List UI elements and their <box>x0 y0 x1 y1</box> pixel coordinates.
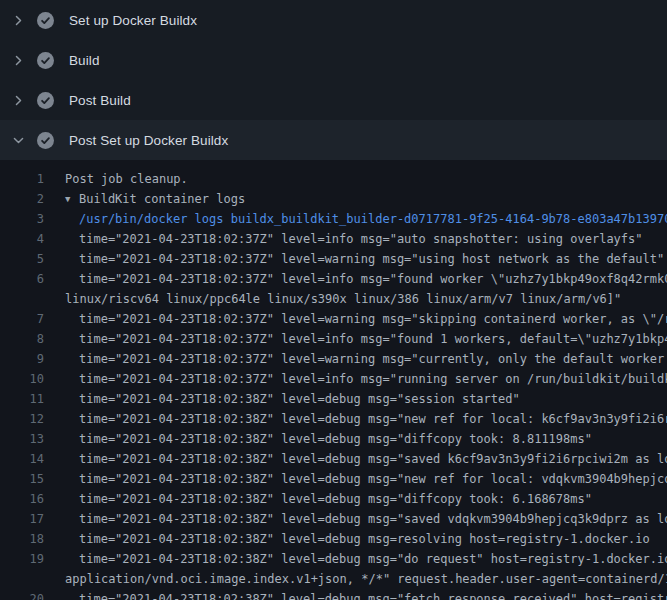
log-line-number[interactable]: 20 <box>0 589 44 600</box>
log-line-number[interactable]: 11 <box>0 389 44 409</box>
chevron-icon[interactable] <box>11 93 25 107</box>
check-circle-icon <box>37 12 54 29</box>
log-line: 6 time="2021-04-23T18:02:37Z" level=info… <box>0 269 667 289</box>
log-line-text: /usr/bin/docker logs buildx_buildkit_bui… <box>79 209 667 229</box>
log-line-number[interactable]: 10 <box>0 369 44 389</box>
group-collapse-icon[interactable]: ▼ <box>65 189 79 209</box>
log-line-text: time="2021-04-23T18:02:38Z" level=debug … <box>79 389 520 409</box>
log-line-text: time="2021-04-23T18:02:38Z" level=debug … <box>79 489 592 509</box>
log-line: 11 time="2021-04-23T18:02:38Z" level=deb… <box>0 389 667 409</box>
log-line-text: time="2021-04-23T18:02:38Z" level=debug … <box>79 549 667 569</box>
log-line-text: time="2021-04-23T18:02:38Z" level=debug … <box>79 429 592 449</box>
log-line: 17 time="2021-04-23T18:02:38Z" level=deb… <box>0 509 667 529</box>
log-line: application/vnd.oci.image.index.v1+json,… <box>0 569 667 589</box>
log-line-number[interactable]: 1 <box>0 169 44 189</box>
log-line-number[interactable]: 8 <box>0 329 44 349</box>
log-line: 18 time="2021-04-23T18:02:38Z" level=deb… <box>0 529 667 549</box>
log-line-number[interactable]: 12 <box>0 409 44 429</box>
log-line-text: time="2021-04-23T18:02:38Z" level=debug … <box>79 589 667 600</box>
log-line-text: time="2021-04-23T18:02:38Z" level=debug … <box>79 529 650 549</box>
log-line: 13 time="2021-04-23T18:02:38Z" level=deb… <box>0 429 667 449</box>
log-line-text: linux/riscv64 linux/ppc64le linux/s390x … <box>65 289 621 309</box>
log-line-number[interactable]: 4 <box>0 229 44 249</box>
log-line-number[interactable]: 14 <box>0 449 44 469</box>
log-line-number[interactable]: 3 <box>0 209 44 229</box>
log-line: 14 time="2021-04-23T18:02:38Z" level=deb… <box>0 449 667 469</box>
log-line-text: time="2021-04-23T18:02:37Z" level=info m… <box>79 269 667 289</box>
log-line: 9 time="2021-04-23T18:02:37Z" level=warn… <box>0 349 667 369</box>
log-line-text: BuildKit container logs <box>79 189 245 209</box>
step-title: Post Build <box>69 93 131 108</box>
step-title: Build <box>69 53 100 68</box>
log-line-number[interactable]: 15 <box>0 469 44 489</box>
log-line: 7 time="2021-04-23T18:02:37Z" level=warn… <box>0 309 667 329</box>
log-line: 1 Post job cleanup. <box>0 169 667 189</box>
log-line: 8 time="2021-04-23T18:02:37Z" level=info… <box>0 329 667 349</box>
log-line: 4 time="2021-04-23T18:02:37Z" level=info… <box>0 229 667 249</box>
step-header-post-set-up-docker-buildx[interactable]: Post Set up Docker Buildx <box>0 120 667 160</box>
log-line: 19 time="2021-04-23T18:02:38Z" level=deb… <box>0 549 667 569</box>
step-title: Post Set up Docker Buildx <box>69 133 228 148</box>
step-header-build[interactable]: Build <box>0 40 667 80</box>
chevron-icon[interactable] <box>11 133 25 147</box>
log-line: 15 time="2021-04-23T18:02:38Z" level=deb… <box>0 469 667 489</box>
log-output: 1 Post job cleanup. 2 ▼ BuildKit contain… <box>0 160 667 600</box>
log-line-number[interactable]: 5 <box>0 249 44 269</box>
log-line-text: application/vnd.oci.image.index.v1+json,… <box>65 569 667 589</box>
step-header-post-build[interactable]: Post Build <box>0 80 667 120</box>
log-line-number[interactable]: 16 <box>0 489 44 509</box>
log-line-text: time="2021-04-23T18:02:37Z" level=info m… <box>79 329 667 349</box>
log-line-text: time="2021-04-23T18:02:37Z" level=info m… <box>79 369 667 389</box>
check-circle-icon <box>37 132 54 149</box>
log-line-text: time="2021-04-23T18:02:38Z" level=debug … <box>79 409 667 429</box>
log-line-text: Post job cleanup. <box>65 169 188 189</box>
log-line: 10 time="2021-04-23T18:02:37Z" level=inf… <box>0 369 667 389</box>
log-line-text: time="2021-04-23T18:02:38Z" level=debug … <box>79 449 667 469</box>
log-line-number[interactable]: 13 <box>0 429 44 449</box>
log-line-text: time="2021-04-23T18:02:37Z" level=warnin… <box>79 349 667 369</box>
log-line-text: time="2021-04-23T18:02:37Z" level=warnin… <box>79 309 667 329</box>
log-line: 3 /usr/bin/docker logs buildx_buildkit_b… <box>0 209 667 229</box>
log-line-number[interactable]: 7 <box>0 309 44 329</box>
chevron-icon[interactable] <box>11 53 25 67</box>
log-line-number[interactable]: 17 <box>0 509 44 529</box>
actions-log-viewer: Set up Docker Buildx Build <box>0 0 667 600</box>
log-line: 5 time="2021-04-23T18:02:37Z" level=warn… <box>0 249 667 269</box>
log-line-number[interactable] <box>0 569 44 589</box>
log-line-number[interactable]: 6 <box>0 269 44 289</box>
log-line: 20 time="2021-04-23T18:02:38Z" level=deb… <box>0 589 667 600</box>
log-line-text: time="2021-04-23T18:02:38Z" level=debug … <box>79 509 667 529</box>
step-header-set-up-docker-buildx[interactable]: Set up Docker Buildx <box>0 0 667 40</box>
log-line-text: time="2021-04-23T18:02:37Z" level=info m… <box>79 229 643 249</box>
log-line-text: time="2021-04-23T18:02:38Z" level=debug … <box>79 469 667 489</box>
log-line-number[interactable]: 18 <box>0 529 44 549</box>
check-circle-icon <box>37 92 54 109</box>
log-line-number[interactable]: 19 <box>0 549 44 569</box>
log-line-number[interactable] <box>0 289 44 309</box>
log-line-number[interactable]: 2 <box>0 189 44 209</box>
chevron-icon[interactable] <box>11 13 25 27</box>
log-line-number[interactable]: 9 <box>0 349 44 369</box>
step-title: Set up Docker Buildx <box>69 13 197 28</box>
log-line: 12 time="2021-04-23T18:02:38Z" level=deb… <box>0 409 667 429</box>
log-line: 16 time="2021-04-23T18:02:38Z" level=deb… <box>0 489 667 509</box>
log-line-text: time="2021-04-23T18:02:37Z" level=warnin… <box>79 249 664 269</box>
check-circle-icon <box>37 52 54 69</box>
steps-list: Set up Docker Buildx Build <box>0 0 667 160</box>
log-line: 2 ▼ BuildKit container logs <box>0 189 667 209</box>
log-line: linux/riscv64 linux/ppc64le linux/s390x … <box>0 289 667 309</box>
